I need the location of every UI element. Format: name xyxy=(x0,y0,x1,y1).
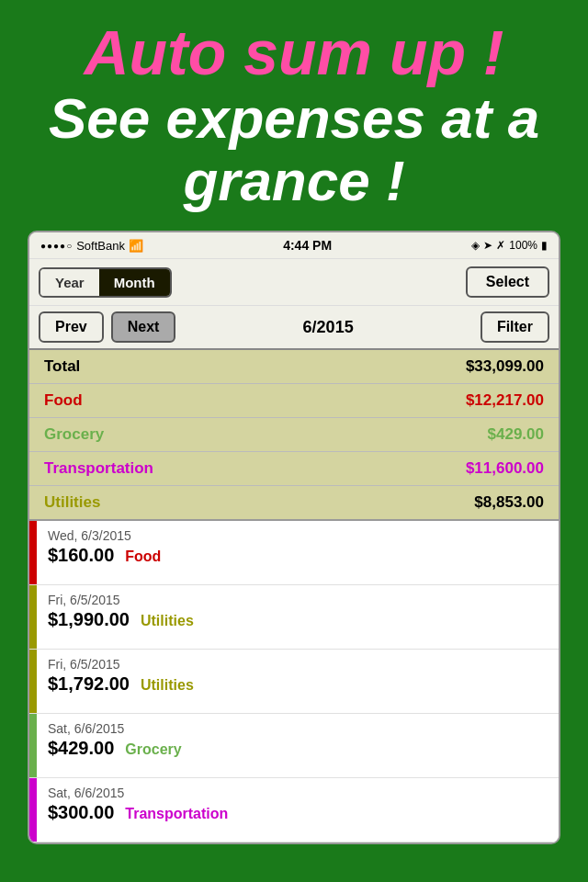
month-button[interactable]: Month xyxy=(99,269,170,296)
battery-icon: ▮ xyxy=(541,239,548,252)
transaction-category: Utilities xyxy=(141,677,194,694)
summary-amount-total: $33,099.00 xyxy=(466,357,544,376)
transaction-date: Fri, 6/5/2015 xyxy=(48,657,548,672)
transaction-amount: $429.00 xyxy=(48,738,114,759)
signal-dots: ●●●●○ xyxy=(40,241,73,251)
summary-amount-grocery: $429.00 xyxy=(488,425,544,444)
transaction-category: Food xyxy=(125,548,161,565)
next-button[interactable]: Next xyxy=(111,311,176,343)
status-time: 4:44 PM xyxy=(283,238,332,253)
transaction-content: Wed, 6/3/2015$160.00Food xyxy=(37,521,559,584)
summary-row[interactable]: Total$33,099.00 xyxy=(29,350,559,384)
transaction-date: Fri, 6/5/2015 xyxy=(48,593,548,607)
summary-amount-transportation: $11,600.00 xyxy=(466,459,544,478)
transaction-category: Utilities xyxy=(141,613,194,629)
category-color-bar xyxy=(29,650,37,713)
transaction-amount: $300.00 xyxy=(48,802,114,823)
summary-label-total: Total xyxy=(44,357,80,376)
category-color-bar xyxy=(29,521,37,584)
category-color-bar xyxy=(29,778,37,842)
transaction-bottom: $300.00Transportation xyxy=(48,802,548,823)
transaction-date: Sat, 6/6/2015 xyxy=(48,786,548,800)
transaction-amount: $160.00 xyxy=(48,545,114,566)
period-segmented-control[interactable]: Year Month xyxy=(39,267,172,298)
filter-button[interactable]: Filter xyxy=(481,311,549,343)
transaction-amount: $1,792.00 xyxy=(48,673,130,695)
transaction-category: Transportation xyxy=(125,806,228,822)
summary-amount-food: $12,217.00 xyxy=(466,391,544,410)
hero-line1: Auto sum up ! xyxy=(28,18,560,87)
transaction-item[interactable]: Fri, 6/5/2015$1,990.00Utilities xyxy=(29,585,559,650)
battery-percent: 100% xyxy=(509,239,537,252)
transaction-amount: $1,990.00 xyxy=(48,609,130,630)
hero-line2: See expenses at a grance ! xyxy=(28,87,560,212)
status-bar: ●●●●○ SoftBank 📶 4:44 PM ◈ ➤ ✗ 100% ▮ xyxy=(29,232,559,259)
summary-label-transportation: Transportation xyxy=(44,459,153,478)
transaction-category: Grocery xyxy=(125,741,181,758)
hero-section: Auto sum up ! See expenses at a grance ! xyxy=(0,0,588,221)
transaction-content: Sat, 6/6/2015$429.00Grocery xyxy=(37,714,559,777)
transaction-item[interactable]: Sat, 6/6/2015$429.00Grocery xyxy=(29,714,559,778)
transaction-list: Wed, 6/3/2015$160.00FoodFri, 6/5/2015$1,… xyxy=(29,521,559,842)
summary-label-grocery: Grocery xyxy=(44,425,104,444)
controls-row: Year Month Select xyxy=(29,259,559,306)
transaction-content: Sat, 6/6/2015$300.00Transportation xyxy=(37,778,559,842)
status-right: ◈ ➤ ✗ 100% ▮ xyxy=(471,239,548,252)
transaction-bottom: $160.00Food xyxy=(48,545,548,566)
transaction-item[interactable]: Wed, 6/3/2015$160.00Food xyxy=(29,521,559,585)
bluetooth-icon: ✗ xyxy=(496,239,505,252)
prev-button[interactable]: Prev xyxy=(39,311,104,343)
transaction-date: Wed, 6/3/2015 xyxy=(48,528,548,543)
arrow-icon: ➤ xyxy=(483,239,492,252)
transaction-bottom: $1,792.00Utilities xyxy=(48,673,548,695)
transaction-bottom: $429.00Grocery xyxy=(48,738,548,759)
wifi-icon: 📶 xyxy=(129,239,143,253)
transaction-date: Sat, 6/6/2015 xyxy=(48,721,548,736)
summary-label-utilities: Utilities xyxy=(44,493,100,512)
transaction-content: Fri, 6/5/2015$1,990.00Utilities xyxy=(37,585,559,649)
summary-row[interactable]: Transportation$11,600.00 xyxy=(29,452,559,486)
summary-row[interactable]: Food$12,217.00 xyxy=(29,384,559,418)
transaction-item[interactable]: Fri, 6/5/2015$1,792.00Utilities xyxy=(29,650,559,714)
transaction-content: Fri, 6/5/2015$1,792.00Utilities xyxy=(37,650,559,713)
year-button[interactable]: Year xyxy=(40,269,99,296)
nav-date: 6/2015 xyxy=(183,318,472,337)
nav-row: Prev Next 6/2015 Filter xyxy=(29,306,559,350)
category-color-bar xyxy=(29,585,37,649)
summary-amount-utilities: $8,853.00 xyxy=(474,493,544,512)
transaction-bottom: $1,990.00Utilities xyxy=(48,609,548,630)
summary-row[interactable]: Grocery$429.00 xyxy=(29,418,559,452)
summary-table: Total$33,099.00Food$12,217.00Grocery$429… xyxy=(29,350,559,521)
summary-label-food: Food xyxy=(44,391,83,410)
phone-frame: ●●●●○ SoftBank 📶 4:44 PM ◈ ➤ ✗ 100% ▮ Ye… xyxy=(28,231,560,844)
summary-row[interactable]: Utilities$8,853.00 xyxy=(29,486,559,519)
select-button[interactable]: Select xyxy=(466,266,549,298)
location-icon: ◈ xyxy=(471,239,480,252)
transaction-item[interactable]: Sat, 6/6/2015$300.00Transportation xyxy=(29,778,559,842)
category-color-bar xyxy=(29,714,37,777)
status-left: ●●●●○ SoftBank 📶 xyxy=(40,239,143,253)
carrier-name: SoftBank xyxy=(76,239,125,253)
